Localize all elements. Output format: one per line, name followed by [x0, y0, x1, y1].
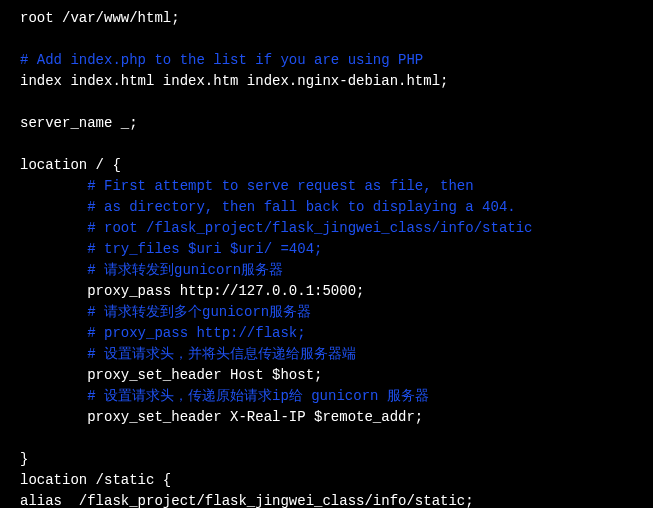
config-line: root /var/www/html;: [20, 8, 645, 29]
config-line: location /static {: [20, 470, 645, 491]
config-line: proxy_set_header X-Real-IP $remote_addr;: [20, 407, 645, 428]
config-line: location / {: [20, 155, 645, 176]
blank-line: [20, 428, 645, 449]
comment-line: # 设置请求头，传递原始请求ip给 gunicorn 服务器: [20, 386, 645, 407]
comment-line: # try_files $uri $uri/ =404;: [20, 239, 645, 260]
comment-line: # root /flask_project/flask_jingwei_clas…: [20, 218, 645, 239]
config-line: index index.html index.htm index.nginx-d…: [20, 71, 645, 92]
config-line: alias /flask_project/flask_jingwei_class…: [20, 491, 645, 508]
comment-line: # proxy_pass http://flask;: [20, 323, 645, 344]
config-line: proxy_pass http://127.0.0.1:5000;: [20, 281, 645, 302]
comment-line: # as directory, then fall back to displa…: [20, 197, 645, 218]
config-line: }: [20, 449, 645, 470]
config-line: proxy_set_header Host $host;: [20, 365, 645, 386]
comment-line: # 请求转发到多个gunicorn服务器: [20, 302, 645, 323]
config-line: server_name _;: [20, 113, 645, 134]
comment-line: # Add index.php to the list if you are u…: [20, 50, 645, 71]
blank-line: [20, 134, 645, 155]
comment-line: # 请求转发到gunicorn服务器: [20, 260, 645, 281]
comment-line: # First attempt to serve request as file…: [20, 176, 645, 197]
blank-line: [20, 29, 645, 50]
blank-line: [20, 92, 645, 113]
comment-line: # 设置请求头，并将头信息传递给服务器端: [20, 344, 645, 365]
